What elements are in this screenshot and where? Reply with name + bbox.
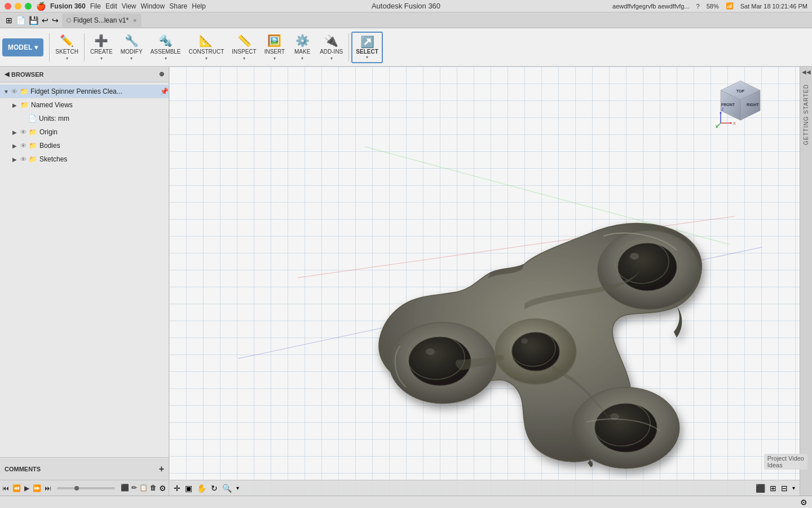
origin-folder-icon: 📁 (29, 128, 37, 136)
right-panel-collapse[interactable]: ◀◀ (800, 67, 813, 77)
zoom-icon[interactable]: 🔍 (222, 484, 232, 493)
grid-icon[interactable]: ⊞ (770, 484, 776, 493)
settings-gear-icon[interactable]: ⚙ (800, 498, 807, 507)
named-views-folder-icon: 📁 (20, 101, 29, 109)
select-button[interactable]: ↗️ SELECT ▾ (351, 32, 382, 63)
browser-header: ◀ BROWSER ⊕ (0, 67, 169, 82)
account-label[interactable]: aewdffvfgegrvfb aewdffvfg... (612, 3, 690, 10)
help-menu[interactable]: Help (192, 2, 206, 10)
create-button[interactable]: ➕ CREATE ▾ (87, 32, 116, 63)
playback-controls: ⏮ ⏪ ▶ ⏩ ⏭ (2, 484, 51, 492)
viewport-tools-left: ✛ ▣ ✋ ↻ 🔍 ▾ (174, 484, 239, 493)
sketches-item[interactable]: ▶ 👁 📁 Sketches (0, 152, 169, 166)
grid-settings-icon[interactable]: ⊟ (781, 484, 788, 493)
record-icon[interactable]: ⬛ (121, 484, 129, 493)
skip-to-end-button[interactable]: ⏭ (45, 484, 51, 492)
caret-display[interactable]: ▾ (792, 485, 795, 491)
save-icon[interactable]: 💾 (29, 16, 38, 25)
minimize-button[interactable] (15, 3, 21, 10)
assemble-button[interactable]: 🔩 ASSEMBLE ▾ (147, 32, 184, 63)
modify-button[interactable]: 🔧 MODIFY ▾ (117, 32, 146, 63)
window-menu[interactable]: Window (141, 2, 165, 10)
bodies-item[interactable]: ▶ 👁 📁 Bodies (0, 139, 169, 152)
collapse-left-icon[interactable]: ◀ (5, 71, 9, 78)
origin-item[interactable]: ▶ 👁 📁 Origin (0, 125, 169, 139)
origin-eye[interactable]: 👁 (20, 129, 27, 135)
app-grid-icon[interactable]: ⊞ (6, 16, 12, 25)
svg-point-15 (521, 338, 528, 344)
duplicate-icon[interactable]: 📋 (139, 484, 148, 493)
file-icon[interactable]: 📄 (16, 16, 25, 25)
origin-chevron[interactable]: ▶ (12, 129, 20, 135)
maximize-button[interactable] (25, 3, 32, 10)
traffic-lights[interactable] (5, 3, 32, 10)
bodies-eye[interactable]: 👁 (20, 142, 27, 149)
model-button[interactable]: MODEL ▾ (2, 38, 43, 56)
skip-to-start-button[interactable]: ⏮ (2, 484, 9, 492)
playback-bar: ⏮ ⏪ ▶ ⏩ ⏭ ⬛ ✏ 📋 🗑 ⚙ (0, 480, 169, 496)
right-side-panel: ◀◀ GETTING STARTED (800, 67, 812, 496)
tab-fidget[interactable]: Fidget S...lean v1* × (62, 14, 142, 27)
comments-add-icon[interactable]: + (159, 464, 164, 474)
close-button[interactable] (5, 3, 11, 10)
pan-icon[interactable]: ✋ (197, 484, 206, 493)
orbit-icon[interactable]: ↻ (211, 484, 218, 493)
sketches-chevron[interactable]: ▶ (12, 156, 20, 163)
undo-icon[interactable]: ↩ (42, 16, 48, 25)
title-bar-left: 🍎 Fusion 360 File Edit View Window Share… (5, 2, 206, 11)
make-button[interactable]: ⚙️ MAKE ▾ (289, 32, 315, 63)
timeline-track[interactable] (57, 487, 115, 489)
settings-icon-playback[interactable]: ⚙ (159, 484, 166, 493)
step-back-button[interactable]: ⏪ (12, 484, 21, 492)
project-video-ideas-label: Project VideoIdeas (764, 454, 807, 470)
named-views-chevron[interactable]: ▶ (12, 102, 20, 108)
units-icon: 📄 (28, 115, 37, 122)
sketches-eye[interactable]: 👁 (20, 156, 27, 163)
play-button[interactable]: ▶ (24, 484, 29, 492)
origin-icon[interactable]: ✛ (174, 484, 180, 493)
insert-icon: 🖼️ (267, 34, 281, 47)
bodies-chevron[interactable]: ▶ (12, 143, 20, 149)
units-item[interactable]: 📄 Units: mm (0, 112, 169, 125)
view-menu[interactable]: View (122, 2, 136, 10)
viewport-tools-right: ⬛ ⊞ ⊟ ▾ (756, 484, 795, 493)
caret-zoom[interactable]: ▾ (236, 485, 239, 491)
delete-icon[interactable]: 🗑 (150, 484, 157, 493)
construct-button[interactable]: 📐 CONSTRUCT ▾ (186, 32, 228, 63)
browser-header-left: ◀ BROWSER (5, 71, 43, 78)
model-caret: ▾ (34, 43, 38, 51)
getting-started-tab[interactable]: GETTING STARTED (801, 77, 811, 152)
display-mode-icon[interactable]: ⬛ (756, 484, 765, 493)
edit-menu[interactable]: Edit (105, 2, 117, 10)
tab-close-button[interactable]: × (133, 17, 136, 24)
insert-button[interactable]: 🖼️ INSERT ▾ (261, 32, 289, 63)
svg-marker-23 (730, 122, 732, 124)
sketches-folder-icon: 📁 (29, 155, 37, 163)
viewcube[interactable]: TOP RIGHT FRONT X Z Y (715, 78, 766, 129)
timeline-thumb[interactable] (74, 486, 79, 491)
viewport[interactable]: TOP RIGHT FRONT X Z Y ✛ ▣ ✋ ↻ (169, 67, 800, 496)
root-eye[interactable]: 👁 (11, 88, 17, 95)
app-name[interactable]: Fusion 360 (50, 2, 86, 10)
named-views-item[interactable]: ▶ 📁 Named Views (0, 98, 169, 112)
redo-icon[interactable]: ↪ (52, 16, 59, 25)
sketches-label: Sketches (39, 155, 169, 163)
svg-text:FRONT: FRONT (721, 103, 735, 107)
apple-menu[interactable]: 🍎 (36, 2, 46, 11)
sketch-tool-button[interactable]: ✏️ SKETCH ▾ (52, 32, 82, 63)
sketch-label: SKETCH (55, 49, 78, 55)
addins-button[interactable]: 🔌 ADD-INS ▾ (316, 32, 346, 63)
question-icon[interactable]: ? (696, 3, 700, 10)
file-menu[interactable]: File (90, 2, 101, 10)
edit-icon[interactable]: ✏ (131, 484, 137, 493)
fit-icon[interactable]: ▣ (185, 484, 192, 493)
share-menu[interactable]: Share (169, 2, 187, 10)
inspect-icon: 📏 (237, 34, 251, 47)
root-pin-icon[interactable]: 📌 (160, 87, 169, 95)
step-forward-button[interactable]: ⏩ (33, 484, 41, 492)
browser-options-icon[interactable]: ⊕ (159, 71, 164, 78)
create-label: CREATE (90, 49, 113, 55)
root-item[interactable]: ▼ 👁 📁 Fidget Spinner Pennies Clea... 📌 (0, 85, 169, 98)
inspect-button[interactable]: 📏 INSPECT ▾ (228, 32, 259, 63)
root-chevron[interactable]: ▼ (3, 89, 11, 95)
